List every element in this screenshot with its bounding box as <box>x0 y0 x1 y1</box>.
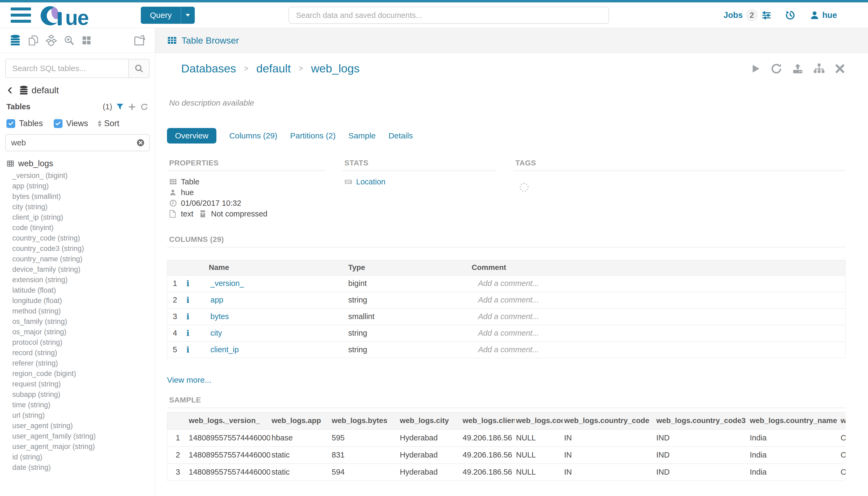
breadcrumb-default[interactable]: default <box>256 62 291 75</box>
breadcrumb-web-logs[interactable]: web_logs <box>311 62 360 75</box>
column-comment[interactable]: Add a comment... <box>470 342 846 358</box>
tables-checkbox-label[interactable]: Tables <box>19 119 43 128</box>
tree-column-item[interactable]: subapp (string) <box>12 389 155 400</box>
tree-column-item[interactable]: app (string) <box>12 181 155 191</box>
info-icon[interactable]: i <box>187 312 189 321</box>
tree-column-item[interactable]: method (string) <box>12 306 155 316</box>
projects-folder-icon[interactable] <box>133 34 146 46</box>
sort-toggle[interactable]: Sort <box>97 119 120 128</box>
tab-sample[interactable]: Sample <box>348 131 376 140</box>
tab-columns[interactable]: Columns (29) <box>229 131 277 140</box>
tree-column-item[interactable]: request (string) <box>12 379 155 389</box>
tree-column-item[interactable]: client_ip (string) <box>12 212 155 222</box>
column-type: string <box>347 342 470 358</box>
column-name-link[interactable]: app <box>210 296 223 304</box>
tree-item-web-logs[interactable]: web_logs <box>6 159 155 168</box>
tree-column-item[interactable]: extension (string) <box>12 275 155 285</box>
clear-filter-icon[interactable] <box>136 138 145 147</box>
sample-column-header: web_logs.city <box>398 412 461 430</box>
tree-column-item[interactable]: device_family (string) <box>12 264 155 275</box>
sql-databases-icon[interactable] <box>9 34 21 46</box>
info-icon[interactable]: i <box>187 279 189 288</box>
sample-column-header: web_logs._version_ <box>187 412 270 430</box>
tab-partitions[interactable]: Partitions (2) <box>290 131 335 140</box>
query-play-icon[interactable] <box>751 63 761 75</box>
refresh-tables-icon[interactable] <box>140 103 148 111</box>
database-breadcrumb-row[interactable]: default <box>0 85 155 95</box>
refresh-icon[interactable] <box>770 63 783 75</box>
jobs-count-badge[interactable]: 2 <box>746 9 758 22</box>
tree-column-item[interactable]: user_agent (string) <box>12 421 155 431</box>
views-checkbox-label[interactable]: Views <box>66 119 88 128</box>
user-menu[interactable]: hue <box>809 10 837 20</box>
info-icon[interactable]: i <box>187 328 189 338</box>
columns-table-header-row: Name Type Comment <box>167 260 846 275</box>
sample-cell: 49.206.186.56 <box>461 430 515 447</box>
jobs-sliders-icon[interactable] <box>761 10 772 20</box>
tables-checkbox[interactable] <box>6 119 15 128</box>
breadcrumb-databases[interactable]: Databases <box>181 62 236 75</box>
chevron-left-icon[interactable] <box>6 86 14 94</box>
close-icon[interactable] <box>834 63 846 74</box>
tree-column-item[interactable]: country_code (string) <box>12 233 155 244</box>
column-comment[interactable]: Add a comment... <box>470 292 846 308</box>
tree-column-item[interactable]: bytes (smallint) <box>12 191 155 202</box>
info-icon[interactable]: i <box>187 345 189 354</box>
tree-column-item[interactable]: user_agent_family (string) <box>12 431 155 441</box>
tree-column-item[interactable]: protocol (string) <box>12 337 155 348</box>
tree-column-item[interactable]: city (string) <box>12 202 155 212</box>
tab-details[interactable]: Details <box>389 131 413 140</box>
table-filter-input[interactable] <box>6 138 136 147</box>
column-comment[interactable]: Add a comment... <box>470 308 846 325</box>
sample-section-title: SAMPLE <box>167 396 846 408</box>
column-name-link[interactable]: city <box>210 329 222 337</box>
search-zoom-icon[interactable] <box>64 35 75 46</box>
sample-cell: India <box>748 464 839 481</box>
tree-column-item[interactable]: os_family (string) <box>12 316 155 327</box>
tree-column-item[interactable]: latitude (float) <box>12 285 155 296</box>
tree-column-item[interactable]: referer (string) <box>12 358 155 369</box>
table-description[interactable]: No description available <box>169 98 846 107</box>
tree-column-item[interactable]: longitude (float) <box>12 296 155 306</box>
tree-column-item[interactable]: country_name (string) <box>12 254 155 264</box>
sql-table-search-button[interactable] <box>128 59 149 78</box>
tree-column-item[interactable]: id (string) <box>12 452 155 462</box>
apps-grid-icon[interactable] <box>81 35 92 46</box>
column-comment[interactable]: Add a comment... <box>470 325 846 342</box>
tree-column-item[interactable]: user_agent_major (string) <box>12 441 155 452</box>
jobs-link[interactable]: Jobs <box>724 11 743 20</box>
sample-column-header: web_logs.country_code3 <box>655 412 748 430</box>
tree-column-item[interactable]: code (tinyint) <box>12 222 155 233</box>
filter-funnel-icon[interactable] <box>116 103 124 111</box>
documents-icon[interactable] <box>28 35 39 46</box>
add-table-plus-icon[interactable] <box>128 103 136 111</box>
info-icon[interactable]: i <box>187 295 189 305</box>
tree-column-item[interactable]: date (string) <box>12 462 155 473</box>
location-link[interactable]: Location <box>356 177 385 186</box>
tree-column-item[interactable]: _version_ (bigint) <box>12 170 155 181</box>
sitemap-icon[interactable] <box>813 63 825 75</box>
query-dropdown-caret[interactable] <box>181 7 195 24</box>
global-search-input[interactable] <box>288 7 609 24</box>
hdfs-cubes-icon[interactable] <box>45 34 57 46</box>
tree-column-item[interactable]: region_code (bigint) <box>12 369 155 379</box>
tree-column-item[interactable]: time (string) <box>12 400 155 410</box>
view-more-link[interactable]: View more... <box>167 375 211 385</box>
tree-column-item[interactable]: record (string) <box>12 348 155 358</box>
column-name-link[interactable]: _version_ <box>210 279 244 288</box>
column-name-link[interactable]: bytes <box>210 312 229 321</box>
upload-icon[interactable] <box>792 63 804 75</box>
hue-logo[interactable]: ue <box>41 4 89 27</box>
hamburger-menu-button[interactable] <box>11 7 31 23</box>
history-icon[interactable] <box>785 10 795 20</box>
column-name-link[interactable]: client_ip <box>210 345 239 354</box>
column-comment[interactable]: Add a comment... <box>470 275 846 292</box>
sample-cell: 49.206.186.56 <box>461 447 515 464</box>
tree-column-item[interactable]: url (string) <box>12 410 155 421</box>
tree-column-item[interactable]: os_major (string) <box>12 327 155 337</box>
sql-table-search-input[interactable] <box>6 59 128 78</box>
tree-column-item[interactable]: country_code3 (string) <box>12 244 155 254</box>
tab-overview[interactable]: Overview <box>167 128 216 143</box>
views-checkbox[interactable] <box>54 119 63 128</box>
query-button[interactable]: Query <box>141 7 181 24</box>
